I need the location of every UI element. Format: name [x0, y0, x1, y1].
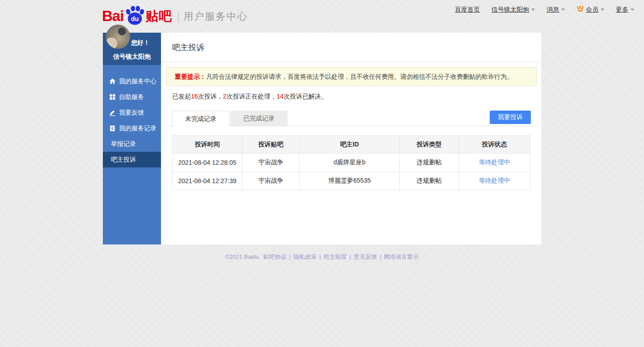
- page-footer: ©2021 Baidu 贴吧协议|隐私政策|吧主制度|意见反馈|网络谣言警示: [0, 253, 644, 261]
- important-notice-banner: 重要提示：凡符合法律规定的投诉请求，百度将依法予以处理，且不收任何费用。请勿相信…: [166, 67, 537, 86]
- new-complaint-button[interactable]: 我要投诉: [490, 111, 531, 124]
- cell-status: 等待处理中: [459, 172, 530, 190]
- cell-forum: 宇宙战争: [242, 154, 300, 172]
- cell-status: 等待处理中: [459, 154, 530, 172]
- content-panel: 吧主投诉 重要提示：凡符合法律规定的投诉请求，百度将依法予以处理，且不收任何费用…: [161, 33, 541, 244]
- cell-time: 2021-08-04 12:28:05: [173, 154, 242, 172]
- sidebar-item-feedback[interactable]: 我要反馈: [103, 105, 161, 120]
- footer-separator: |: [349, 253, 351, 260]
- chevron-down-icon: [601, 9, 604, 11]
- sidebar-item-label: 我的服务中心: [119, 77, 157, 86]
- sidebar-item-label: 自助服务: [119, 93, 144, 101]
- more-dropdown[interactable]: 更多: [616, 6, 634, 14]
- col-header-time: 投诉时间: [173, 136, 242, 154]
- notice-text: 凡符合法律规定的投诉请求，百度将依法予以处理，且不收任何费用。请勿相信不法分子收…: [206, 73, 513, 80]
- top-nav: 百度首页 信号镜太阳炮 消息 会员 更多: [455, 5, 634, 14]
- copyright-text: ©2021 Baidu: [225, 253, 259, 260]
- chevron-down-icon: [531, 9, 535, 11]
- clipboard-icon: [109, 125, 116, 132]
- chevron-down-icon: [631, 9, 634, 11]
- crown-icon: [576, 5, 584, 14]
- cell-time: 2021-08-04 12:27:39: [173, 172, 242, 190]
- stats-text: 次投诉正在处理，: [226, 93, 276, 100]
- member-wrap: 会员: [576, 5, 604, 14]
- complaint-stats: 已发起16次投诉，2次投诉正在处理，14次投诉已解决。: [172, 93, 537, 101]
- main-container: 您好！ 信号镜太阳炮 我的服务中心 自助服务 我要反馈 我的服: [103, 33, 541, 244]
- content-body: 重要提示：凡符合法律规定的投诉请求，百度将依法予以处理，且不收任何费用。请勿相信…: [161, 62, 541, 190]
- baidu-tieba-logo[interactable]: Bai du 贴吧 | 用户服务中心: [102, 5, 248, 25]
- messages-label: 消息: [547, 6, 559, 14]
- top-header: Bai du 贴吧 | 用户服务中心 百度首页 信号镜太阳炮 消息: [0, 0, 644, 33]
- logo-tieba-text: 贴吧: [145, 7, 172, 25]
- sidebar-item-bazhu-complaint[interactable]: 吧主投诉: [103, 152, 161, 167]
- stats-text: 次投诉，: [198, 93, 223, 100]
- cell-owner-id: 博麗霊夢65535: [300, 172, 400, 190]
- sidebar-username: 信号镜太阳炮: [103, 53, 161, 61]
- table-row: 2021-08-04 12:28:05 宇宙战争 d盾牌星座b 违规删帖 等待处…: [173, 154, 530, 172]
- footer-link-privacy[interactable]: 隐私政策: [293, 253, 317, 260]
- stats-text: 已发起: [172, 93, 191, 100]
- cell-forum: 宇宙战争: [242, 172, 300, 190]
- status-pending-link[interactable]: 等待处理中: [479, 159, 510, 166]
- table-header-row: 投诉时间 投诉贴吧 吧主ID 投诉类型 投诉状态: [173, 136, 530, 154]
- complaint-table: 投诉时间 投诉贴吧 吧主ID 投诉类型 投诉状态 2021-08-04 12:2…: [172, 135, 530, 190]
- notice-prefix: 重要提示：: [175, 73, 206, 80]
- member-dropdown[interactable]: 会员: [586, 6, 604, 14]
- stats-resolved-count: 14: [276, 93, 284, 100]
- stats-text: 次投诉已解决。: [284, 93, 327, 100]
- sidebar-item-label: 举报记录: [111, 140, 136, 148]
- logo-bai-text: Bai: [102, 7, 123, 25]
- footer-separator: |: [380, 253, 381, 260]
- sidebar-item-report-records[interactable]: 举报记录: [103, 136, 161, 152]
- sidebar-item-label: 吧主投诉: [111, 156, 136, 164]
- table-row: 2021-08-04 12:27:39 宇宙战争 博麗霊夢65535 违规删帖 …: [173, 172, 530, 190]
- col-header-status: 投诉状态: [459, 136, 530, 154]
- cell-type: 违规删帖: [400, 172, 459, 190]
- member-label: 会员: [586, 6, 598, 14]
- page-title: 吧主投诉: [161, 33, 541, 62]
- avatar: [106, 25, 130, 49]
- pen-icon: [109, 109, 116, 116]
- col-header-forum: 投诉贴吧: [242, 136, 300, 154]
- sidebar-item-service-records[interactable]: 我的服务记录: [103, 120, 161, 136]
- sidebar-item-service-center[interactable]: 我的服务中心: [103, 73, 161, 89]
- username-dropdown[interactable]: 信号镜太阳炮: [491, 6, 535, 14]
- stats-total-count: 16: [191, 93, 198, 100]
- sidebar: 您好！ 信号镜太阳炮 我的服务中心 自助服务 我要反馈 我的服: [103, 33, 161, 244]
- svg-text:du: du: [131, 15, 139, 22]
- tabs-row: 未完成记录 已完成记录 我要投诉: [166, 111, 537, 126]
- tab-unfinished-records[interactable]: 未完成记录: [172, 111, 229, 126]
- sidebar-item-label: 我要反馈: [119, 109, 144, 117]
- messages-dropdown[interactable]: 消息: [547, 6, 565, 14]
- footer-separator: |: [289, 253, 291, 260]
- chevron-down-icon: [561, 9, 565, 11]
- cell-owner-id: d盾牌星座b: [300, 154, 400, 172]
- grid-icon: [109, 94, 116, 100]
- sidebar-item-self-service[interactable]: 自助服务: [103, 89, 161, 105]
- status-pending-link[interactable]: 等待处理中: [479, 177, 510, 184]
- baidu-paw-icon: du: [124, 5, 145, 25]
- sidebar-item-label: 我的服务记录: [119, 124, 157, 133]
- tab-finished-records[interactable]: 已完成记录: [230, 111, 288, 126]
- footer-link-rumor-warning[interactable]: 网络谣言警示: [384, 253, 419, 260]
- footer-link-agreement[interactable]: 贴吧协议: [263, 253, 287, 260]
- footer-separator: |: [319, 253, 321, 260]
- logo-divider: |: [177, 8, 180, 25]
- username-label: 信号镜太阳炮: [491, 6, 529, 14]
- page: Bai du 贴吧 | 用户服务中心 百度首页 信号镜太阳炮 消息: [0, 0, 644, 347]
- cell-type: 违规删帖: [400, 154, 459, 172]
- col-header-type: 投诉类型: [400, 136, 459, 154]
- sidebar-user-panel: 您好！ 信号镜太阳炮: [103, 33, 161, 65]
- footer-link-bazhu-system[interactable]: 吧主制度: [323, 253, 347, 260]
- sidebar-menu: 我的服务中心 自助服务 我要反馈 我的服务记录 举报记录: [103, 73, 161, 167]
- home-icon: [109, 78, 116, 85]
- baidu-home-link[interactable]: 百度首页: [455, 6, 480, 14]
- more-label: 更多: [616, 6, 628, 14]
- footer-link-feedback[interactable]: 意见反馈: [354, 253, 377, 260]
- col-header-owner-id: 吧主ID: [300, 136, 400, 154]
- logo-subtitle: 用户服务中心: [183, 8, 248, 25]
